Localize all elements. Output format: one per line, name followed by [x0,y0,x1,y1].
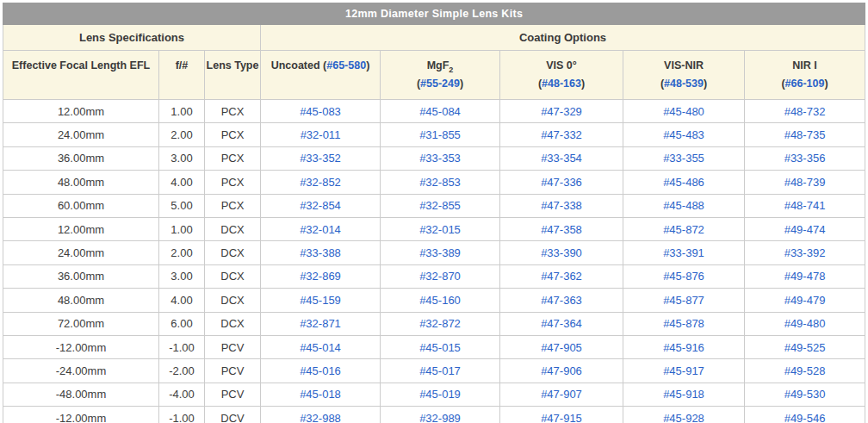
part-link[interactable]: #47-363 [541,294,582,307]
kit-part-link[interactable]: #66-109 [785,78,825,90]
part-link[interactable]: #47-358 [541,223,582,236]
part-link[interactable]: #31-855 [419,128,461,141]
part-link[interactable]: #33-389 [419,246,461,259]
part-cell: #33-353 [381,146,500,170]
part-link[interactable]: #47-907 [541,388,582,401]
part-link[interactable]: #45-878 [663,317,704,330]
part-link[interactable]: #32-854 [300,199,341,212]
part-link[interactable]: #33-391 [663,246,704,259]
part-link[interactable]: #45-483 [663,128,704,141]
part-link[interactable]: #49-546 [784,412,826,423]
part-link[interactable]: #33-392 [784,246,826,259]
lens-type-cell: PCV [205,383,261,406]
part-link[interactable]: #45-876 [663,270,704,283]
chem-subscript: 2 [449,65,453,74]
part-link[interactable]: #32-870 [419,270,461,283]
part-cell: #45-159 [261,289,381,312]
part-link[interactable]: #45-918 [663,388,704,401]
part-link[interactable]: #49-525 [784,341,826,354]
part-link[interactable]: #49-528 [784,364,826,377]
efl-cell: -12.00mm [3,335,159,358]
part-link[interactable]: #33-353 [419,152,461,165]
part-link[interactable]: #49-530 [784,388,826,401]
part-link[interactable]: #32-872 [419,317,461,330]
part-link[interactable]: #45-928 [663,412,704,423]
part-link[interactable]: #47-906 [541,364,582,377]
kit-part-link[interactable]: #65-580 [326,59,366,72]
part-link[interactable]: #32-011 [301,128,341,141]
part-link[interactable]: #48-739 [784,176,826,189]
column-header-vis0: VIS 0° (#48-163) [500,51,623,100]
part-cell: #33-389 [381,241,500,264]
part-link[interactable]: #45-877 [663,294,704,307]
column-header-lens-type-label: Lens Type [205,57,260,75]
part-link[interactable]: #47-915 [541,412,582,423]
part-cell: #33-355 [623,146,745,170]
coating-name-nir1: NIR I [745,57,865,75]
table-row: 24.00mm 2.00 PCX #32-011 #31-855 #47-332… [3,123,865,146]
column-header-row: Effective Focal Length EFL f/# Lens Type… [3,51,865,100]
part-link[interactable]: #33-354 [541,152,582,165]
part-cell: #45-483 [623,123,745,146]
part-link[interactable]: #33-355 [663,152,704,165]
part-link[interactable]: #47-362 [541,270,582,283]
part-link[interactable]: #48-735 [784,128,826,141]
part-link[interactable]: #32-852 [300,176,341,189]
part-link[interactable]: #47-364 [541,317,582,330]
part-link[interactable]: #32-869 [300,270,341,283]
part-cell: #45-017 [381,359,500,383]
part-link[interactable]: #49-479 [784,294,826,307]
table-row: 12.00mm 1.00 DCX #32-014 #32-015 #47-358… [3,217,865,240]
part-link[interactable]: #33-356 [784,152,826,165]
part-link[interactable]: #45-486 [663,176,704,189]
part-link[interactable]: #48-741 [784,199,826,212]
part-link[interactable]: #45-019 [419,388,461,401]
part-cell: #32-854 [261,194,381,217]
part-link[interactable]: #47-336 [541,176,582,189]
part-link[interactable]: #32-989 [419,412,461,423]
paren-close: ) [460,78,463,90]
part-link[interactable]: #45-480 [663,105,704,118]
part-link[interactable]: #47-338 [541,199,582,212]
part-link[interactable]: #45-917 [663,364,704,377]
part-link[interactable]: #33-352 [300,152,341,165]
part-link[interactable]: #45-083 [300,105,341,118]
part-link[interactable]: #47-905 [541,341,582,354]
part-cell: #32-852 [261,171,381,194]
part-link[interactable]: #32-988 [300,412,341,423]
f-number-cell: 4.00 [159,171,205,194]
part-link[interactable]: #45-872 [663,223,704,236]
part-link[interactable]: #32-015 [419,223,461,236]
part-link[interactable]: #45-488 [663,199,704,212]
part-link[interactable]: #45-160 [419,294,461,307]
part-link[interactable]: #32-871 [300,317,341,330]
part-cell: #45-876 [623,264,745,288]
part-link[interactable]: #32-853 [419,176,461,189]
part-cell: #49-528 [745,359,865,383]
part-link[interactable]: #45-014 [300,341,341,354]
part-link[interactable]: #32-855 [419,199,461,212]
part-link[interactable]: #45-916 [663,341,704,354]
kit-part-link[interactable]: #48-163 [542,78,581,90]
lens-type-cell: PCV [205,359,261,383]
kit-part-link[interactable]: #48-539 [664,78,704,90]
part-link[interactable]: #32-014 [300,223,341,236]
part-link[interactable]: #47-332 [541,128,582,141]
part-link[interactable]: #33-388 [300,246,341,259]
part-link[interactable]: #45-017 [419,364,461,377]
part-link[interactable]: #33-390 [541,246,582,259]
part-link[interactable]: #49-478 [784,270,826,283]
part-link[interactable]: #47-329 [541,105,582,118]
part-link[interactable]: #48-732 [784,105,826,118]
part-cell: #45-877 [623,289,745,312]
part-link[interactable]: #45-018 [300,388,341,401]
f-number-cell: 5.00 [159,194,205,217]
part-link[interactable]: #49-474 [784,223,826,236]
part-cell: #45-014 [261,335,381,358]
part-link[interactable]: #49-480 [784,317,826,330]
part-link[interactable]: #45-015 [419,341,461,354]
part-link[interactable]: #45-016 [300,364,341,377]
kit-part-link[interactable]: #55-249 [420,78,460,90]
part-link[interactable]: #45-159 [300,294,341,307]
part-link[interactable]: #45-084 [419,105,461,118]
